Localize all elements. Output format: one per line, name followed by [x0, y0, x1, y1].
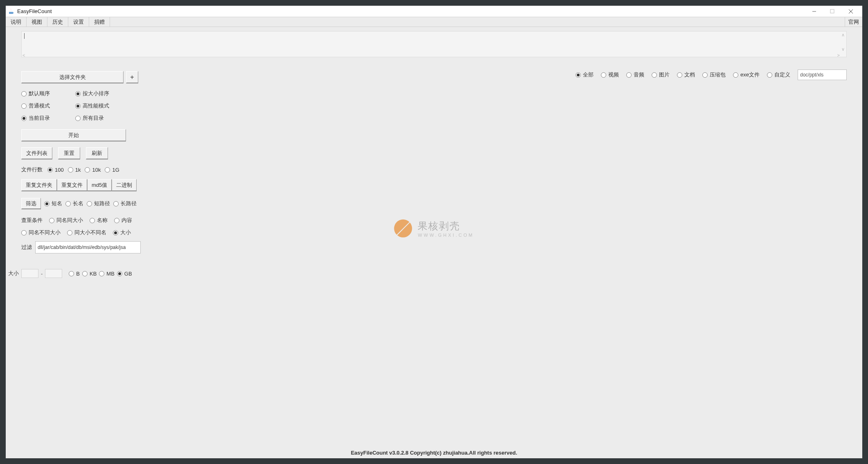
- unit-b[interactable]: B: [69, 271, 80, 277]
- add-folder-button[interactable]: +: [126, 71, 138, 83]
- unit-kb[interactable]: KB: [82, 271, 97, 277]
- menu-settings[interactable]: 设置: [68, 17, 89, 27]
- mode-high-perf[interactable]: 高性能模式: [75, 102, 109, 110]
- custom-filter-input[interactable]: [798, 69, 847, 80]
- file-list-button[interactable]: 文件列表: [21, 147, 52, 159]
- reset-button[interactable]: 重置: [58, 147, 80, 159]
- type-image[interactable]: 图片: [652, 71, 670, 78]
- dup-cond-label: 查重条件: [21, 217, 43, 224]
- lines-10k[interactable]: 10k: [85, 167, 101, 173]
- watermark-text-en: WWW.GHXI.COM: [418, 232, 474, 237]
- content-area: ∧ ∨ < > 全部 视频 音频 图片 文档 压缩包 exe文件 自定义 选择文…: [6, 27, 862, 458]
- titlebar: EasyFileCount: [6, 6, 862, 17]
- ext-filter-input[interactable]: [35, 241, 141, 253]
- select-folder-button[interactable]: 选择文件夹: [21, 71, 124, 83]
- flt-short-name[interactable]: 短名: [44, 200, 62, 207]
- close-icon: [848, 9, 853, 14]
- java-app-icon: [8, 8, 15, 15]
- line-count-label: 文件行数: [21, 166, 43, 173]
- dc-size[interactable]: 大小: [113, 229, 131, 236]
- dc-samesize-diffname[interactable]: 同大小不同名: [67, 229, 106, 236]
- unit-mb[interactable]: MB: [99, 271, 115, 277]
- ext-filter-label: 过滤: [21, 244, 32, 251]
- order-default[interactable]: 默认顺序: [21, 90, 50, 97]
- window-title: EasyFileCount: [17, 8, 52, 14]
- dc-name[interactable]: 名称: [90, 217, 108, 224]
- dup-folders-button[interactable]: 重复文件夹: [21, 179, 57, 191]
- filter-toggle-button[interactable]: 筛选: [21, 198, 41, 209]
- minimize-button[interactable]: [805, 6, 823, 17]
- maximize-button[interactable]: [823, 6, 841, 17]
- dc-samename-samesize[interactable]: 同名同大小: [49, 217, 83, 224]
- app-window: EasyFileCount 说明 视图 历史 设置 捐赠 官网 ∧ ∨ < >: [0, 0, 868, 464]
- type-video[interactable]: 视频: [601, 71, 619, 78]
- md5-button[interactable]: md5值: [87, 179, 112, 191]
- menubar: 说明 视图 历史 设置 捐赠 官网: [6, 17, 862, 27]
- scroll-right-icon[interactable]: >: [837, 53, 840, 58]
- watermark-icon: [394, 219, 412, 237]
- scroll-up-icon[interactable]: ∧: [841, 32, 845, 38]
- type-exe[interactable]: exe文件: [733, 71, 760, 78]
- footer-copyright: EasyFileCount v3.0.2.8 Copyright(c) zhuj…: [6, 450, 862, 456]
- scroll-down-icon[interactable]: ∨: [841, 47, 845, 52]
- refresh-button[interactable]: 刷新: [86, 147, 108, 159]
- type-audio[interactable]: 音频: [626, 71, 644, 78]
- menu-view[interactable]: 视图: [27, 17, 47, 27]
- menu-donate[interactable]: 捐赠: [89, 17, 110, 27]
- order-by-size[interactable]: 按大小排序: [75, 90, 109, 97]
- type-custom[interactable]: 自定义: [767, 71, 790, 78]
- flt-long-name[interactable]: 长名: [65, 200, 83, 207]
- watermark: 果核剥壳 WWW.GHXI.COM: [394, 219, 474, 237]
- unit-gb[interactable]: GB: [117, 271, 132, 277]
- size-dash: -: [41, 271, 43, 277]
- size-from-input[interactable]: [21, 269, 38, 278]
- left-controls: 选择文件夹 + 默认顺序 按大小排序 普通模式 高性能模式 当前目录 所有目录 …: [21, 71, 169, 253]
- scope-all[interactable]: 所有目录: [75, 114, 104, 122]
- menu-history[interactable]: 历史: [47, 17, 68, 27]
- type-doc[interactable]: 文档: [677, 71, 695, 78]
- flt-short-path[interactable]: 短路径: [87, 200, 110, 207]
- type-all[interactable]: 全部: [576, 71, 594, 78]
- size-to-input[interactable]: [45, 269, 62, 278]
- path-textarea[interactable]: ∧ ∨ < >: [21, 31, 847, 57]
- menu-help[interactable]: 说明: [6, 17, 27, 27]
- svg-rect-2: [830, 9, 834, 13]
- dc-content[interactable]: 内容: [114, 217, 132, 224]
- svg-rect-0: [9, 12, 13, 14]
- flt-long-path[interactable]: 长路径: [113, 200, 137, 207]
- dup-files-button[interactable]: 重复文件: [57, 179, 87, 191]
- size-label: 大小: [8, 270, 19, 277]
- mode-normal[interactable]: 普通模式: [21, 102, 50, 110]
- start-button[interactable]: 开始: [21, 129, 126, 141]
- watermark-text-cn: 果核剥壳: [418, 219, 474, 232]
- minimize-icon: [812, 9, 816, 13]
- lines-1g[interactable]: 1G: [105, 167, 119, 173]
- type-archive[interactable]: 压缩包: [702, 71, 726, 78]
- menu-official[interactable]: 官网: [845, 17, 862, 27]
- lines-1k[interactable]: 1k: [68, 167, 81, 173]
- binary-button[interactable]: 二进制: [112, 179, 137, 191]
- scope-current[interactable]: 当前目录: [21, 114, 50, 122]
- dc-samename-diffsize[interactable]: 同名不同大小: [21, 229, 61, 236]
- close-button[interactable]: [841, 6, 861, 17]
- size-filter-row: 大小 - B KB MB GB: [8, 269, 132, 278]
- scroll-left-icon[interactable]: <: [22, 53, 25, 58]
- maximize-icon: [830, 9, 834, 13]
- type-filter-row: 全部 视频 音频 图片 文档 压缩包 exe文件 自定义: [576, 69, 847, 80]
- lines-100[interactable]: 100: [47, 167, 64, 173]
